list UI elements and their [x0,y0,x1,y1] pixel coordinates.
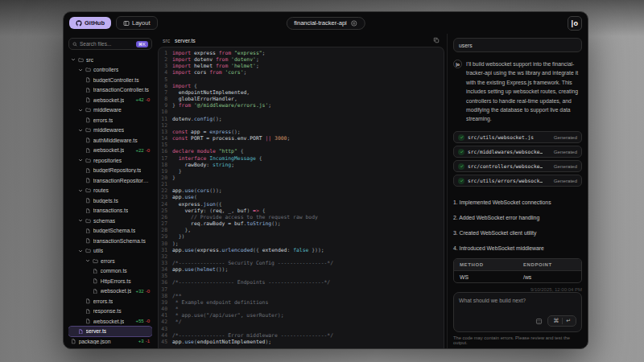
code-line: 10 [159,109,444,115]
code-line: 30); [159,241,444,247]
tree-folder-src[interactable]: src [68,55,152,65]
tree-folder-schemas[interactable]: schemas [68,216,152,226]
tree-file-budgetrepository-ts[interactable]: budgetRepository.ts [68,166,152,176]
line-number: 23 [159,194,172,200]
diff-badge: +22-0 [135,148,150,153]
repo-name-pill[interactable]: financial-tracker-api [286,17,365,30]
code-line: 16declare module "http" { [159,148,444,154]
code-panel[interactable]: 1import express from "express";2import d… [158,47,444,348]
tree-file-budgetschema-ts[interactable]: budgetSchema.ts [68,226,152,237]
diff-badge: +3-1 [138,339,150,343]
line-number: 10 [159,109,172,115]
tree-folder-utils[interactable]: utils [68,246,152,257]
tree-file-budgets-ts[interactable]: budgets.ts [68,195,152,206]
code-line: 31app.use(express.urlencoded({ extended:… [159,247,444,253]
breadcrumb-file: server.ts [175,38,196,43]
file-icon [85,319,91,324]
line-number: 5 [159,76,172,83]
file-icon [85,309,91,315]
tree-file-transactioncontroller-ts[interactable]: transactionController.ts [68,85,152,96]
tree-item-label: budgetSchema.ts [93,228,136,233]
tree-file-budgetcontroller-ts[interactable]: budgetController.ts [68,75,152,85]
chat-panel: users |o I'll build websocket support in… [447,34,588,348]
tree-item-label: middlewares [93,127,124,133]
diff-removed: -0 [146,97,150,102]
diff-badge: +32-0 [135,289,150,294]
step-item: 3. Created WebSocket client utility [453,230,582,236]
code-line: 29 }) [159,233,444,240]
tree-file-transactions-ts[interactable]: transactions.ts [68,206,152,216]
line-number: 20 [159,175,172,181]
line-number: 29 [159,233,172,240]
line-number: 28 [159,227,172,233]
tree-file-errors-ts[interactable]: errors.ts [68,115,152,125]
chevron-down-icon [78,188,83,193]
tree-file-common-ts[interactable]: common.ts [68,266,152,277]
tree-item-label: server.ts [86,328,107,334]
tree-file-server-ts[interactable]: server.ts [68,327,152,337]
line-number: 9 [159,102,172,109]
code-line: 34app.use(helmet()); [159,266,444,273]
tree-item-label: transactions.ts [93,208,129,213]
diff-removed: -0 [146,289,150,294]
code-line: 11dotenv.config(); [159,116,444,122]
message-timestamp: 9/10/2025, 12:00:04 PM [453,287,582,292]
tree-folder-middlewares[interactable]: middlewares [68,125,152,136]
generated-file-card[interactable]: src/utils/websocket.jsGenerated [453,131,582,143]
tree-file-transactionrepository-ts[interactable]: transactionRepository.ts [68,175,152,186]
github-button[interactable]: GitHub [69,17,111,29]
file-search-input[interactable]: Search files... ⌘K [68,38,152,50]
tree-file-websocket-js[interactable]: websocket.js+42-0 [68,95,152,105]
tree-item-label: utils [93,248,103,253]
generated-file-card[interactable]: src/controllers/websocke…Generated [453,160,582,172]
line-number: 21 [159,181,172,187]
step-item: 2. Added WebSocket error handling [453,215,582,220]
copy-icon[interactable] [433,37,440,43]
tree-folder-repositories[interactable]: repositories [68,155,152,166]
dice-icon[interactable] [535,318,543,325]
code-line: 43 [159,326,444,332]
tree-file-authmiddleware-ts[interactable]: authMiddleware.ts [68,135,152,146]
tree-file-package-json[interactable]: package.json+3-1 [68,336,152,347]
file-icon [93,269,98,274]
app-logo-button[interactable]: |o [568,16,582,31]
tree-folder-errors[interactable]: errors [68,256,152,266]
tree-file-websocket-js[interactable]: websocket.js+55-0 [68,316,152,327]
code-line: 8 globalErrorHandler, [159,96,444,102]
send-button[interactable]: ⌘ ↵ [547,315,576,327]
line-number: 33 [159,260,172,266]
send-button-divider [562,318,563,324]
tree-file-httperrors-ts[interactable]: HttpErrors.ts [68,276,152,286]
tree-folder-middleware[interactable]: middleware [68,105,152,116]
line-number: 43 [159,326,172,332]
diff-badge: +55-0 [135,319,150,323]
code-line: 1import express from "express"; [159,50,444,56]
tree-file-response-ts[interactable]: response.ts [68,306,152,317]
repo-menu-icon[interactable] [351,20,357,27]
tree-item-label: errors.ts [93,117,114,123]
tree-file-websocket-js[interactable]: websocket.js+22-0 [68,146,152,156]
tree-folder-routes[interactable]: routes [68,186,152,196]
chat-input[interactable]: What should we build next? ⌘ ↵ [453,292,582,332]
code-line: 23app.use( [159,194,444,200]
code-line: 35 [159,273,444,279]
code-line: 5 [159,76,444,83]
generated-file-path: src/middlewares/websocke… [468,149,543,154]
code-content: 1import express from "express";2import d… [159,50,444,345]
layout-button[interactable]: Layout [116,16,158,30]
tree-folder-controllers[interactable]: controllers [68,65,152,76]
file-icon [85,178,91,183]
tree-file-transactionschema-ts[interactable]: transactionSchema.ts [68,236,152,246]
chevron-down-icon [71,57,76,62]
generated-file-card[interactable]: src/middlewares/websocke…Generated [453,146,582,158]
tree-file-websocket-js[interactable]: websocket.js+32-0 [68,286,152,297]
endpoint-table-row: WS/ws [454,270,581,283]
line-number: 3 [159,63,172,69]
tree-file-errors-ts[interactable]: errors.ts [68,296,152,306]
folder-icon [93,258,98,264]
code-line: 25 verify: (req, _, buf) => { [159,208,444,214]
tree-item-label: routes [93,187,109,193]
generated-file-card[interactable]: src/utils/errors/websock…Generated [453,175,582,187]
code-line: 4import cors from 'cors'; [159,69,444,76]
file-icon [85,238,91,244]
